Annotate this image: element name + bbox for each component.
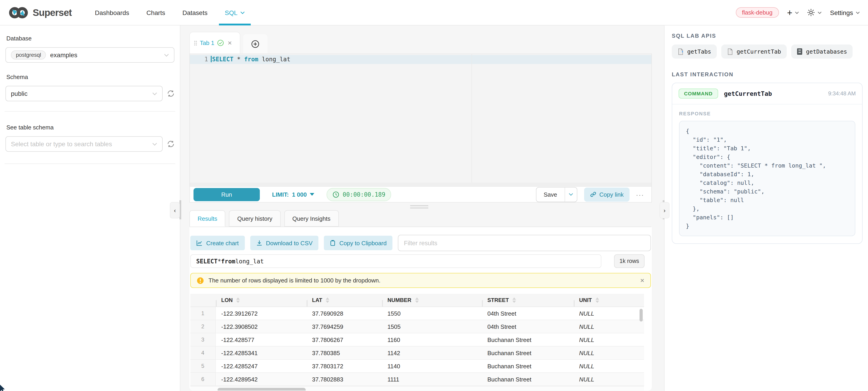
last-interaction-heading: LAST INTERACTION — [672, 71, 863, 78]
row-index: 3 — [190, 333, 216, 346]
results-table: LON LAT NUMBER STREET UNIT 1 -122.391267… — [190, 294, 644, 391]
cell-lat: 37.7803172 — [307, 363, 382, 369]
cell-lon: -122.4285247 — [216, 363, 307, 369]
filter-results-input[interactable] — [398, 235, 651, 251]
more-actions-button[interactable]: ··· — [636, 191, 644, 198]
results-actions: Create chart Download to CSV Copy to Cli… — [190, 235, 651, 251]
chevron-down-icon — [240, 11, 245, 14]
cell-unit: NULL — [574, 323, 644, 330]
table-row[interactable]: 6 -122.4289542 37.7802883 1111 Buchanan … — [190, 373, 644, 386]
cell-number: 1550 — [382, 310, 482, 317]
interaction-header: COMMAND getCurrentTab 9:34:48 AM — [672, 83, 862, 104]
refresh-tables-icon[interactable] — [167, 140, 175, 148]
table-horizontal-scrollbar[interactable] — [218, 388, 306, 391]
new-tab-button[interactable] — [243, 34, 268, 54]
cell-street: Buchanan Street — [482, 336, 574, 343]
pane-resize-handle[interactable] — [410, 204, 428, 209]
row-count-badge: 1k rows — [614, 254, 645, 268]
chevron-down-icon — [152, 142, 157, 145]
sql-toolbar: Run LIMIT: 1 000 00:00:00.189 Save — [190, 186, 651, 202]
sort-icon — [513, 297, 516, 303]
table-row[interactable]: 1 -122.3912672 37.7690928 1550 04th Stre… — [190, 307, 644, 320]
cell-unit: NULL — [574, 350, 644, 356]
new-item-button[interactable]: + — [787, 8, 799, 17]
brand-name: Superset — [33, 7, 72, 18]
cell-number: 1160 — [382, 336, 482, 343]
refresh-schemas-icon[interactable] — [167, 90, 175, 97]
sql-lab-main: Tab 1 ✕ 1 SELECT * from long_lat — [180, 26, 664, 391]
table-row[interactable]: 4 -122.4285341 37.780385 1142 Buchanan S… — [190, 347, 644, 360]
get-current-tab-button[interactable]: getCurrentTab — [721, 44, 786, 59]
nav-item-datasets[interactable]: Datasets — [174, 0, 216, 25]
nav-right-tools: flask-debug + Settings — [736, 7, 860, 18]
text-cursor — [211, 56, 212, 62]
get-databases-button[interactable]: getDatabases — [791, 44, 852, 59]
row-index: 1 — [190, 307, 216, 320]
command-timestamp: 9:34:48 AM — [828, 90, 856, 97]
cell-number: 1505 — [382, 323, 482, 330]
settings-menu[interactable]: Settings — [830, 9, 860, 16]
cell-street: 04th Street — [482, 310, 574, 317]
cell-lat: 37.7694259 — [307, 323, 382, 330]
tab-query-history[interactable]: Query history — [229, 210, 281, 227]
editor-horizontal-scrollbar[interactable] — [190, 183, 651, 186]
get-tabs-button[interactable]: getTabs — [672, 44, 716, 59]
create-chart-button[interactable]: Create chart — [190, 236, 245, 250]
editor-tab-title: Tab 1 — [200, 39, 214, 46]
download-csv-button[interactable]: Download to CSV — [250, 236, 318, 250]
table-row[interactable]: 2 -122.3908502 37.7694259 1505 04th Stre… — [190, 320, 644, 333]
database-label: Database — [6, 35, 175, 42]
column-header-lat[interactable]: LAT — [307, 297, 382, 303]
run-query-button[interactable]: Run — [193, 188, 260, 201]
editor-print-margin — [471, 54, 472, 183]
row-index: 6 — [190, 373, 216, 386]
table-schema-label: See table schema — [6, 124, 175, 131]
nav-item-dashboards[interactable]: Dashboards — [86, 0, 138, 25]
last-interaction-card: COMMAND getCurrentTab 9:34:48 AM RESPONS… — [672, 83, 863, 244]
column-header-street[interactable]: STREET — [482, 297, 574, 303]
column-header-number[interactable]: NUMBER — [382, 297, 482, 303]
command-name: getCurrentTab — [724, 90, 772, 97]
database-engine-badge: postgresql — [11, 51, 46, 60]
warning-icon — [197, 277, 204, 284]
download-icon — [256, 240, 262, 246]
cell-lon: -122.4289542 — [216, 376, 307, 383]
column-header-lon[interactable]: LON — [216, 297, 307, 303]
save-options-button[interactable] — [564, 187, 577, 201]
cell-lat: 37.780385 — [307, 350, 382, 356]
table-row[interactable]: 3 -122.428577 37.7806267 1160 Buchanan S… — [190, 333, 644, 347]
top-nav: Superset Dashboards Charts Datasets SQL … — [0, 0, 868, 26]
database-select[interactable]: postgresql examples — [5, 47, 175, 63]
copy-clipboard-button[interactable]: Copy to Clipboard — [324, 236, 393, 250]
tab-results[interactable]: Results — [189, 210, 225, 227]
drag-handle-icon[interactable] — [194, 40, 197, 46]
close-tab-icon[interactable]: ✕ — [227, 40, 232, 46]
cell-lat: 37.7806267 — [307, 336, 382, 343]
collapse-left-panel-button[interactable]: ‹ — [170, 202, 180, 219]
sql-lab-apis-panel: SQL LAB APIS getTabs getCurrentTab getDa… — [664, 26, 868, 391]
clipboard-icon — [330, 240, 336, 246]
schema-select[interactable]: public — [5, 86, 163, 101]
table-select[interactable]: Select table or type to search tables — [5, 136, 163, 152]
column-header-unit[interactable]: UNIT — [574, 297, 644, 303]
table-row[interactable]: 5 -122.4285247 37.7803172 1140 Buchanan … — [190, 360, 644, 373]
copy-link-button[interactable]: Copy link — [584, 187, 629, 201]
table-vertical-scrollbar[interactable] — [640, 309, 643, 322]
caret-down-icon — [310, 193, 314, 196]
results-panel: Create chart Download to CSV Copy to Cli… — [189, 227, 652, 391]
superset-logo-icon — [8, 6, 29, 19]
close-alert-icon[interactable]: ✕ — [640, 277, 645, 284]
save-button[interactable]: Save — [536, 187, 564, 201]
chevron-down-icon — [795, 11, 799, 14]
limit-dropdown[interactable]: LIMIT: 1 000 — [272, 191, 314, 198]
editor-tab-1[interactable]: Tab 1 ✕ — [189, 32, 240, 54]
tab-query-insights[interactable]: Query Insights — [284, 210, 339, 227]
row-index: 2 — [190, 320, 216, 333]
collapse-right-panel-button[interactable]: › — [659, 202, 670, 219]
sql-editor-textarea[interactable]: 1 SELECT * from long_lat — [190, 54, 651, 183]
theme-toggle-button[interactable] — [807, 9, 822, 17]
nav-item-sql[interactable]: SQL — [216, 0, 253, 25]
row-index: 5 — [190, 360, 216, 372]
superset-brand[interactable]: Superset — [8, 6, 72, 19]
nav-item-charts[interactable]: Charts — [138, 0, 174, 25]
